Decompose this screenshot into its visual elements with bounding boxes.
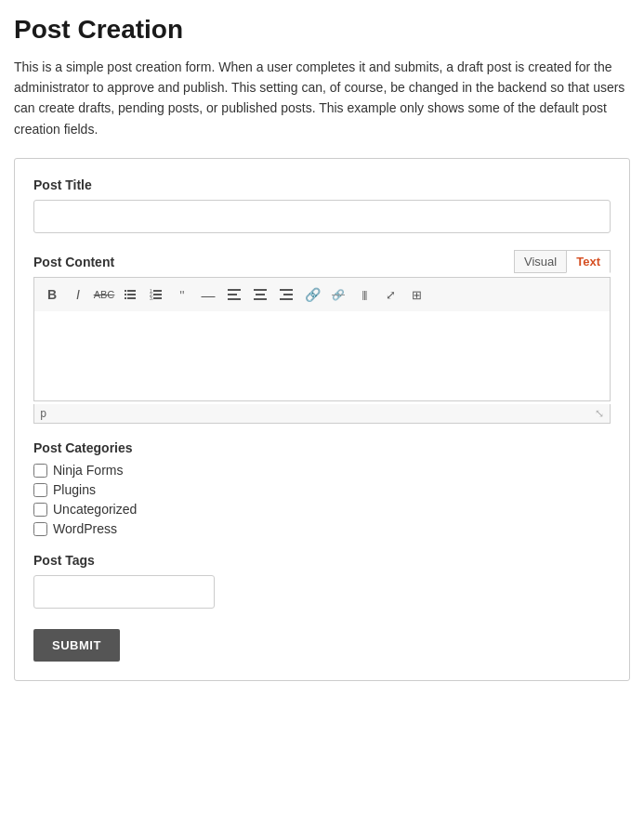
ordered-list-button[interactable]: 1. 2. 3. — [144, 282, 168, 307]
svg-rect-7 — [153, 290, 162, 292]
toolbar-toggle-button[interactable]: ⊞ — [404, 282, 428, 307]
svg-rect-3 — [127, 294, 136, 295]
svg-rect-1 — [127, 290, 136, 292]
list-item: WordPress — [33, 521, 611, 536]
category-label-wordpress: WordPress — [53, 521, 117, 536]
svg-rect-5 — [127, 297, 136, 299]
post-content-label: Post Content — [33, 255, 114, 269]
svg-rect-2 — [125, 294, 126, 295]
category-label-plugins: Plugins — [53, 482, 96, 497]
submit-button[interactable]: SUBMIT — [33, 629, 120, 662]
blockquote-button[interactable]: " — [170, 282, 194, 307]
category-checkbox-plugins[interactable] — [33, 483, 47, 497]
unordered-list-button[interactable] — [118, 282, 142, 307]
svg-rect-18 — [280, 289, 293, 291]
post-tags-section: Post Tags — [33, 553, 611, 609]
post-title-label: Post Title — [33, 177, 611, 192]
page-title: Post Creation — [14, 14, 630, 46]
svg-rect-15 — [254, 289, 267, 291]
horizontal-rule-button[interactable]: — — [196, 282, 220, 307]
category-checkbox-wordpress[interactable] — [33, 522, 47, 536]
post-creation-form: Post Title Post Content Visual Text B I … — [14, 158, 630, 681]
post-content-textarea[interactable] — [33, 311, 611, 401]
svg-rect-16 — [256, 294, 265, 295]
list-item: Plugins — [33, 482, 611, 497]
page-description: This is a simple post creation form. Whe… — [14, 57, 630, 140]
editor-tabs: Visual Text — [514, 250, 611, 273]
category-label-uncategorized: Uncategorized — [53, 502, 137, 517]
post-categories-label: Post Categories — [33, 440, 611, 455]
svg-rect-11 — [153, 297, 162, 299]
editor-path: p — [40, 407, 46, 420]
list-item: Uncategorized — [33, 502, 611, 517]
svg-text:3.: 3. — [150, 295, 153, 301]
editor-toolbar: B I ABC 1. 2. 3. — [33, 277, 611, 311]
tab-text[interactable]: Text — [566, 250, 611, 273]
bold-button[interactable]: B — [40, 282, 64, 307]
strikethrough-button[interactable]: ABC — [92, 282, 116, 307]
svg-rect-0 — [125, 290, 126, 292]
svg-rect-4 — [125, 297, 126, 299]
unlink-button[interactable]: 🔗 — [326, 282, 350, 307]
tab-visual[interactable]: Visual — [514, 250, 566, 273]
list-item: Ninja Forms — [33, 463, 611, 478]
align-left-button[interactable] — [222, 282, 246, 307]
post-tags-input[interactable] — [33, 575, 215, 609]
italic-button[interactable]: I — [66, 282, 90, 307]
svg-rect-12 — [228, 289, 241, 291]
svg-rect-14 — [228, 298, 241, 300]
post-tags-label: Post Tags — [33, 553, 611, 568]
post-content-section: Post Content Visual Text B I ABC — [33, 250, 611, 424]
resize-handle: ⤡ — [595, 407, 604, 420]
svg-rect-13 — [228, 294, 237, 295]
svg-rect-19 — [283, 294, 293, 295]
align-right-button[interactable] — [274, 282, 298, 307]
editor-footer: p ⤡ — [33, 404, 611, 424]
svg-rect-20 — [280, 298, 293, 300]
categories-list: Ninja Forms Plugins Uncategorized WordPr… — [33, 463, 611, 536]
post-title-input[interactable] — [33, 200, 611, 233]
post-categories-section: Post Categories Ninja Forms Plugins Unca… — [33, 440, 611, 536]
align-center-button[interactable] — [248, 282, 272, 307]
category-checkbox-uncategorized[interactable] — [33, 503, 47, 517]
category-label-ninja-forms: Ninja Forms — [53, 463, 123, 478]
svg-rect-17 — [254, 298, 267, 300]
insert-more-button[interactable]: ||| — [352, 282, 376, 307]
fullscreen-button[interactable]: ⤢ — [378, 282, 402, 307]
category-checkbox-ninja-forms[interactable] — [33, 464, 47, 478]
link-button[interactable]: 🔗 — [300, 282, 324, 307]
svg-rect-9 — [153, 294, 162, 295]
